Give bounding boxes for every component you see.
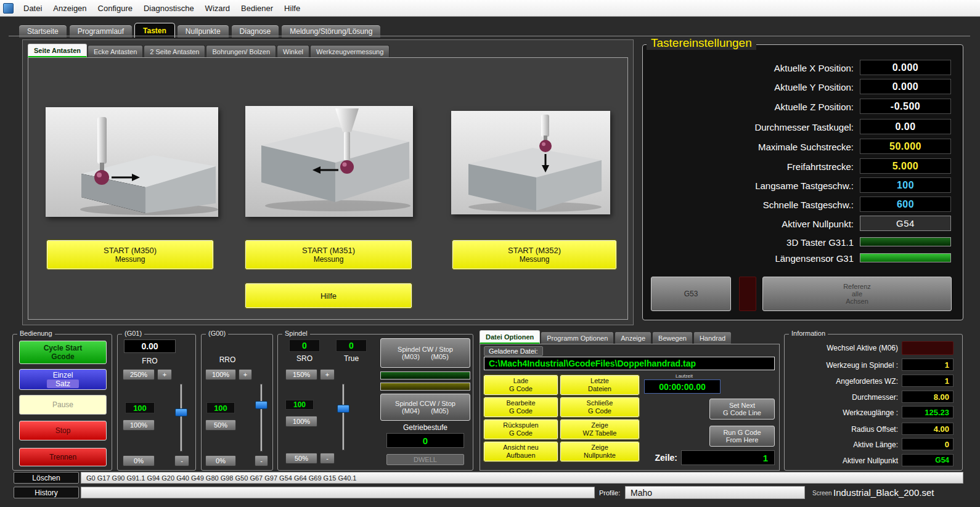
zeige-nullpunkte-button[interactable]: ZeigeNullpunkte xyxy=(560,442,639,461)
sro-max-button[interactable]: 150% xyxy=(285,369,317,380)
rro-plus-button[interactable]: + xyxy=(239,369,252,380)
start-m351-button[interactable]: START (M351) Messung xyxy=(245,240,412,269)
probing-panel: Seite Antasten Ecke Antasten 2 Seite Ant… xyxy=(22,39,634,325)
cycle-start-button[interactable]: Cycle Start Gcode xyxy=(19,341,107,364)
tab-winkel[interactable]: Winkel xyxy=(277,45,309,57)
zeige-wz-tabelle-button[interactable]: ZeigeWZ Tabelle xyxy=(560,420,639,439)
profile-value: Maho xyxy=(625,486,805,499)
led-laengensensor-g31 xyxy=(860,253,951,262)
fro-0-button[interactable]: 0% xyxy=(123,455,155,466)
start-m350-button[interactable]: START (M350) Messung xyxy=(47,240,213,269)
sro-50-button[interactable]: 50% xyxy=(285,453,317,464)
menu-wizard[interactable]: Wizard xyxy=(200,0,235,17)
field-max-suchstrecke[interactable]: 50.000 xyxy=(860,139,951,154)
lade-gcode-button[interactable]: LadeG Code xyxy=(484,375,558,395)
sro-slider-handle[interactable] xyxy=(337,405,349,413)
probe-illustration-y-side xyxy=(245,106,413,217)
spindle-cw-button[interactable]: Spindel CW / Stop (M03) (M05) xyxy=(380,338,470,368)
menu-hilfe[interactable]: Hilfe xyxy=(279,0,306,17)
app-icon xyxy=(3,3,14,14)
trennen-button[interactable]: Trennen xyxy=(19,448,107,466)
field-aktiver-nullpunkt[interactable]: G54 xyxy=(860,216,951,231)
zeile-display[interactable]: 1 xyxy=(681,450,775,465)
bearbeite-gcode-button[interactable]: BearbeiteG Code xyxy=(484,397,558,417)
screen-value: Industrial_Black_200.set xyxy=(833,487,934,498)
tab-datei-optionen[interactable]: Datei Optionen xyxy=(480,330,540,344)
getriebestufe-label: Getriebestufe xyxy=(380,423,470,432)
tab-2-seite-antasten[interactable]: 2 Seite Antasten xyxy=(144,45,205,57)
fro-minus-button[interactable]: - xyxy=(174,455,189,466)
g01-feed-groupbox: (G01) 0.00 FRO 250% + 100 100% 0% - xyxy=(117,334,196,471)
rro-50-button[interactable]: 50% xyxy=(205,420,236,431)
loeschen-button[interactable]: Löschen xyxy=(14,472,79,484)
sro-plus-button[interactable]: + xyxy=(320,369,335,380)
g53-button[interactable]: G53 xyxy=(651,277,731,311)
schliesse-gcode-button[interactable]: SchließeG Code xyxy=(560,397,639,417)
field-schnelle-tastgeschw[interactable]: 600 xyxy=(860,197,951,212)
label-tastkugel: Durchmesser Tastkugel: xyxy=(643,122,854,132)
dro-z-position[interactable]: -0.500 xyxy=(860,99,951,114)
spindel-title: Spindel xyxy=(282,330,310,337)
probe-content: START (M350) Messung START (M351) Messun… xyxy=(28,57,628,320)
pause-button[interactable]: Pause xyxy=(19,395,107,415)
stop-button[interactable]: Stop xyxy=(19,421,107,440)
bedienung-groupbox: Bedienung Cycle Start Gcode Einzel Satz … xyxy=(12,334,112,471)
tab-werkzeugvermessung[interactable]: Werkzeugvermessung xyxy=(310,45,390,57)
tab-handrad[interactable]: Handrad xyxy=(693,331,732,344)
dwell-button[interactable]: DWELL xyxy=(386,454,464,465)
sro-value-display: 100 xyxy=(285,400,314,410)
rro-minus-button[interactable]: - xyxy=(255,455,268,466)
fro-plus-button[interactable]: + xyxy=(157,369,172,380)
sro-slider-track[interactable] xyxy=(342,384,345,450)
menu-anzeigen[interactable]: Anzeigen xyxy=(47,0,92,17)
sro-100-button[interactable]: 100% xyxy=(285,416,317,427)
start-m350-label: START (M350) xyxy=(104,246,157,255)
spindle-ccw-button[interactable]: Spindel CCW / Stop (M04) (M05) xyxy=(380,394,470,421)
sro-minus-button[interactable]: - xyxy=(320,453,335,464)
referenz-alle-achsen-button[interactable]: Referenz alle Achsen xyxy=(762,277,952,311)
run-gcode-from-here-button[interactable]: Run G Code From Here xyxy=(709,426,775,447)
ansicht-neu-aufbauen-button[interactable]: Ansicht neuAufbauen xyxy=(484,442,558,461)
datei-tab-strip: Datei Optionen Programm Optionen Anzeige… xyxy=(480,330,732,344)
fro-100-button[interactable]: 100% xyxy=(123,420,155,431)
field-langsame-tastgeschw[interactable]: 100 xyxy=(860,177,951,193)
history-button[interactable]: History xyxy=(14,487,79,498)
g00-rapid-groupbox: (G00) RRO 100% + 100 50% 0% - xyxy=(201,334,273,471)
menu-datei[interactable]: Datei xyxy=(18,0,47,17)
rueckspulen-gcode-button[interactable]: RückspulenG Code xyxy=(484,420,558,439)
g01-title: (G01) xyxy=(122,330,144,337)
start-m352-button[interactable]: START (M352) Messung xyxy=(452,240,616,269)
tab-ecke-antasten[interactable]: Ecke Antasten xyxy=(88,45,143,57)
rro-slider-track[interactable] xyxy=(260,384,263,452)
set-next-gcode-line-button[interactable]: Set Next G Code Line xyxy=(709,399,775,420)
menu-bediener[interactable]: Bediener xyxy=(235,0,279,17)
dro-y-position[interactable]: 0.000 xyxy=(860,79,951,94)
menu-configure[interactable]: Configure xyxy=(92,0,138,17)
fro-max-button[interactable]: 250% xyxy=(123,369,155,380)
start-m352-label: START (M352) xyxy=(508,246,561,255)
label-laengensensor-g31: Längensensor G31 xyxy=(643,253,854,264)
value-werkzeug-in-spindel: 1 xyxy=(902,359,953,371)
tab-anzeige[interactable]: Anzeige xyxy=(615,331,651,344)
rro-0-button[interactable]: 0% xyxy=(205,455,236,466)
loaded-file-display: C:\Mach4Industrial\GcodeFiles\Doppelhand… xyxy=(484,357,775,370)
dro-x-position[interactable]: 0.000 xyxy=(860,60,951,75)
tab-bohrungen-bolzen[interactable]: Bohrungen/ Bolzen xyxy=(206,45,276,57)
tab-bewegen[interactable]: Bewegen xyxy=(652,331,693,344)
tab-seite-antasten[interactable]: Seite Antasten xyxy=(28,44,87,57)
rro-max-button[interactable]: 100% xyxy=(205,369,236,380)
datei-content: Geladene Datei: C:\Mach4Industrial\Gcode… xyxy=(480,344,780,471)
hilfe-button[interactable]: Hilfe xyxy=(245,283,412,308)
spindle-ccw-indicator xyxy=(380,383,470,391)
field-freifahrtstrecke[interactable]: 5.000 xyxy=(860,158,951,174)
letzte-dateien-button[interactable]: LetzteDateien xyxy=(560,375,639,395)
menu-diagnostische[interactable]: Diagnostische xyxy=(138,0,200,17)
fro-slider-handle[interactable] xyxy=(175,408,187,416)
tab-programm-optionen[interactable]: Programm Optionen xyxy=(541,331,614,344)
value-info-nullpunkt: G54 xyxy=(902,454,953,466)
fro-slider-track[interactable] xyxy=(180,384,182,452)
field-tastkugel-durchmesser[interactable]: 0.00 xyxy=(860,119,951,134)
rro-slider-handle[interactable] xyxy=(255,401,267,409)
einzel-satz-button[interactable]: Einzel Satz xyxy=(19,369,107,390)
rro-label: RRO xyxy=(205,355,250,364)
